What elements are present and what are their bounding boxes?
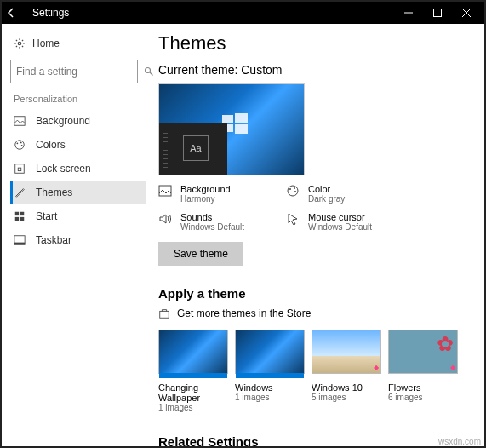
svg-rect-24 bbox=[159, 186, 171, 196]
prop-label: Sounds bbox=[180, 212, 244, 222]
home-label: Home bbox=[32, 37, 60, 49]
home-nav[interactable]: Home bbox=[10, 32, 146, 55]
current-theme-label: Current theme: Custom bbox=[158, 63, 471, 77]
start-menu-preview: Aa bbox=[159, 123, 227, 175]
prop-value: Windows Default bbox=[180, 222, 244, 232]
corner-icon: ◆ bbox=[374, 364, 379, 371]
nav-lockscreen[interactable]: Lock screen bbox=[10, 157, 146, 181]
svg-rect-21 bbox=[235, 113, 248, 123]
svg-point-9 bbox=[17, 142, 19, 144]
themes-row: Changing Wallpaper 1 images Windows 1 im… bbox=[158, 330, 471, 412]
prop-label: Background bbox=[180, 184, 231, 194]
prop-label: Color bbox=[308, 184, 345, 194]
svg-point-25 bbox=[288, 186, 298, 196]
svg-rect-7 bbox=[14, 117, 25, 126]
svg-point-10 bbox=[20, 142, 22, 144]
svg-rect-23 bbox=[235, 124, 248, 134]
nav-label: Themes bbox=[36, 187, 72, 198]
theme-title: Windows 10 bbox=[312, 382, 381, 393]
related-settings-heading: Related Settings bbox=[158, 434, 471, 446]
image-icon bbox=[14, 115, 27, 127]
nav-themes[interactable]: Themes bbox=[10, 181, 146, 204]
nav-label: Start bbox=[36, 210, 57, 222]
prop-value: Windows Default bbox=[308, 222, 372, 232]
taskbar-icon bbox=[14, 234, 27, 246]
theme-sub: 6 images bbox=[388, 393, 458, 402]
prop-color[interactable]: ColorDark gray bbox=[286, 184, 414, 204]
theme-thumb: ◆ bbox=[388, 330, 458, 374]
save-theme-button[interactable]: Save theme bbox=[158, 242, 243, 266]
prop-cursor[interactable]: Mouse cursorWindows Default bbox=[286, 212, 414, 232]
palette-icon bbox=[14, 139, 27, 151]
close-button[interactable] bbox=[452, 2, 481, 24]
nav-label: Colors bbox=[36, 139, 66, 151]
svg-point-4 bbox=[18, 42, 21, 45]
page-title: Themes bbox=[158, 32, 471, 55]
section-label: Personalization bbox=[14, 94, 146, 104]
brush-icon bbox=[14, 187, 27, 198]
svg-rect-15 bbox=[20, 212, 24, 215]
nav-taskbar[interactable]: Taskbar bbox=[10, 228, 146, 252]
svg-rect-17 bbox=[20, 217, 24, 221]
search-box[interactable] bbox=[10, 60, 138, 83]
prop-background[interactable]: BackgroundHarmony bbox=[158, 184, 286, 204]
theme-title: Flowers bbox=[388, 382, 458, 393]
nav-background[interactable]: Background bbox=[10, 109, 146, 133]
prop-label: Mouse cursor bbox=[308, 212, 372, 222]
theme-sub: 5 images bbox=[312, 393, 381, 402]
nav-colors[interactable]: Colors bbox=[10, 133, 146, 157]
aa-sample: Aa bbox=[183, 135, 209, 161]
corner-icon: ◆ bbox=[450, 364, 455, 371]
palette-icon bbox=[286, 184, 301, 198]
svg-rect-14 bbox=[15, 212, 19, 215]
nav-label: Background bbox=[36, 115, 90, 127]
svg-point-28 bbox=[294, 191, 296, 192]
svg-rect-12 bbox=[15, 164, 25, 174]
main-panel: Themes Current theme: Custom Aa Backgrou… bbox=[146, 24, 484, 446]
titlebar: Settings bbox=[2, 2, 484, 24]
svg-point-8 bbox=[15, 141, 25, 150]
lock-icon bbox=[14, 163, 27, 175]
svg-rect-20 bbox=[222, 115, 233, 123]
svg-rect-19 bbox=[14, 243, 25, 245]
settings-window: Settings Home Personalization Back bbox=[0, 0, 486, 448]
theme-card-flowers[interactable]: ◆ Flowers 6 images bbox=[388, 330, 458, 412]
theme-props: BackgroundHarmony ColorDark gray SoundsW… bbox=[158, 184, 471, 232]
watermark: wsxdn.com bbox=[438, 437, 481, 446]
store-link-label: Get more themes in the Store bbox=[177, 307, 311, 319]
prop-value: Harmony bbox=[180, 194, 231, 204]
svg-rect-29 bbox=[160, 311, 169, 318]
search-input[interactable] bbox=[16, 66, 144, 78]
back-button[interactable] bbox=[5, 7, 26, 19]
theme-title: Windows bbox=[235, 382, 305, 393]
sound-icon bbox=[158, 212, 174, 226]
gear-icon bbox=[14, 37, 26, 49]
theme-thumb bbox=[158, 330, 228, 374]
theme-thumb bbox=[235, 330, 305, 374]
nav-label: Lock screen bbox=[36, 163, 91, 175]
minimize-button[interactable] bbox=[394, 2, 423, 24]
sidebar: Home Personalization Background Colors L… bbox=[2, 24, 146, 446]
theme-sub: 1 images bbox=[158, 403, 228, 412]
store-icon bbox=[158, 307, 170, 319]
theme-sub: 1 images bbox=[235, 393, 305, 402]
theme-card-windows[interactable]: Windows 1 images bbox=[235, 330, 305, 412]
cursor-icon bbox=[286, 212, 301, 226]
theme-title: Changing Wallpaper bbox=[158, 382, 228, 403]
prop-value: Dark gray bbox=[308, 194, 345, 204]
svg-point-11 bbox=[21, 145, 23, 146]
theme-card-windows-10[interactable]: ◆ Windows 10 5 images bbox=[312, 330, 381, 412]
apply-theme-heading: Apply a theme bbox=[158, 286, 471, 301]
svg-rect-16 bbox=[15, 217, 19, 221]
maximize-button[interactable] bbox=[423, 2, 452, 24]
store-link[interactable]: Get more themes in the Store bbox=[158, 307, 471, 319]
image-icon bbox=[158, 184, 174, 198]
theme-preview[interactable]: Aa bbox=[158, 83, 305, 175]
svg-rect-1 bbox=[434, 9, 442, 17]
svg-point-26 bbox=[289, 188, 291, 190]
theme-card-changing-wallpaper[interactable]: Changing Wallpaper 1 images bbox=[158, 330, 228, 412]
nav-label: Taskbar bbox=[36, 234, 71, 246]
svg-rect-13 bbox=[18, 168, 21, 171]
prop-sounds[interactable]: SoundsWindows Default bbox=[158, 212, 286, 232]
nav-start[interactable]: Start bbox=[10, 204, 146, 228]
